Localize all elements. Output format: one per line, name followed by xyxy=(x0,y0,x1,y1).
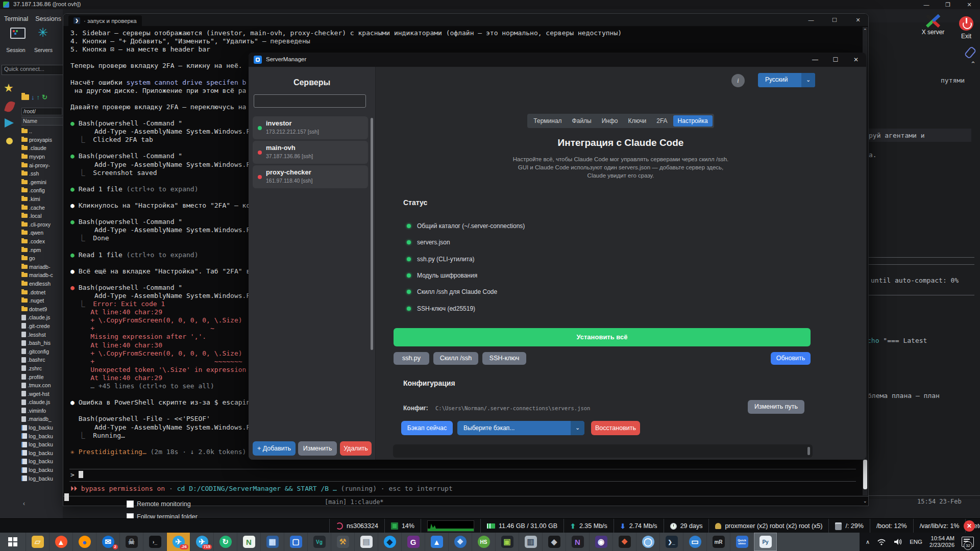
file-tree-item[interactable]: .gitconfig xyxy=(21,347,63,356)
mobaxterm-minimize-button[interactable]: — xyxy=(916,0,937,9)
session-icon[interactable] xyxy=(10,28,26,39)
servermanager-minimize-button[interactable]: — xyxy=(805,53,825,67)
taskbar-icon-github[interactable]: ◉ xyxy=(590,533,613,551)
taskbar-icon-telegram-work[interactable]: ✈.26 xyxy=(167,533,190,551)
remote-monitoring-checkbox-row[interactable]: Remote monitoring xyxy=(127,500,191,508)
servermanager-close-button[interactable]: ✕ xyxy=(846,53,866,67)
taskbar-icon-g-doc[interactable]: G xyxy=(402,533,425,551)
volume-icon[interactable] xyxy=(893,538,902,545)
file-tree-item[interactable]: .bash_his xyxy=(21,339,63,347)
file-tree-item[interactable]: log_backu xyxy=(21,457,63,466)
taskbar-icon-thunderbird[interactable]: ✉2 xyxy=(96,533,120,551)
taskbar-icon-cmd[interactable]: ›_ xyxy=(143,533,167,551)
file-tree-item[interactable]: .mariadb_ xyxy=(21,415,63,423)
taskbar-icon-tools[interactable]: ⚒ xyxy=(331,533,355,551)
tab-настройка[interactable]: Настройка xyxy=(673,115,713,127)
file-tree-item[interactable]: .zshrc xyxy=(21,364,63,373)
file-tree-item[interactable]: log_backu xyxy=(21,432,63,440)
menu-item-terminal[interactable]: Terminal xyxy=(4,15,28,22)
file-tree-item[interactable]: log_backu xyxy=(21,474,63,483)
server-list-item[interactable]: investor173.212.212.157 [ssh] xyxy=(253,116,368,139)
file-tree-item[interactable]: ai-proxy- xyxy=(21,161,63,169)
server-search-input[interactable] xyxy=(254,94,366,108)
x-server-button[interactable]: X server xyxy=(917,13,949,45)
taskbar-icon-powershell[interactable]: ❯_ xyxy=(660,533,683,551)
mobaxterm-close-button[interactable]: ✕ xyxy=(959,0,979,9)
tools-send-icon[interactable] xyxy=(5,118,14,128)
file-tree-item[interactable]: .gemini xyxy=(21,178,63,187)
file-tree-item[interactable]: .config xyxy=(21,186,63,195)
monitoring-close-button[interactable]: ✕ xyxy=(964,520,975,532)
servers-button-label[interactable]: Servers xyxy=(31,47,56,53)
server-list-item[interactable]: main-ovh37.187.136.86 [ssh] xyxy=(253,141,368,164)
file-column-header[interactable]: Name xyxy=(21,117,63,126)
language-dropdown[interactable]: Русский ⌄ xyxy=(758,73,815,87)
taskbar-icon-screensaver[interactable]: ▣ xyxy=(496,533,519,551)
file-tree-item[interactable]: .. xyxy=(21,127,63,136)
exit-button[interactable]: Exit xyxy=(953,13,979,45)
install-all-button[interactable]: Установить всё xyxy=(394,328,811,346)
file-path-input[interactable]: /root/ xyxy=(21,108,62,115)
macros-icon[interactable] xyxy=(4,100,15,113)
taskbar-icon-quick-utmo[interactable]: Quick utmo xyxy=(730,533,754,551)
servermanager-titlebar[interactable]: ServerManager — ☐ ✕ xyxy=(249,53,866,67)
file-tree-item[interactable]: .kimi xyxy=(21,195,63,204)
delete-server-button[interactable]: Удалить xyxy=(340,441,372,456)
file-tree-item[interactable]: myvpn xyxy=(21,153,63,161)
file-tree-item[interactable]: .cache xyxy=(21,203,63,212)
session-button-label[interactable]: Session xyxy=(3,47,29,53)
file-tree-item[interactable]: .profile xyxy=(21,372,63,381)
file-tree-item[interactable]: .npm xyxy=(21,245,63,254)
taskbar-icon-mascot[interactable]: ❖ xyxy=(449,533,472,551)
taskbar-icon-bird-app[interactable]: ◆ xyxy=(378,533,402,551)
file-tree-item[interactable]: log_backu xyxy=(21,440,63,449)
edit-server-button[interactable]: Изменить xyxy=(298,441,337,456)
taskbar-icon-notion[interactable]: N xyxy=(566,533,590,551)
install-skill-button[interactable]: Скилл /ssh xyxy=(433,352,478,365)
favorites-star-icon[interactable]: ★ xyxy=(4,82,14,95)
terminal-scrollbar-thumb[interactable] xyxy=(863,460,867,489)
servermanager-maximize-button[interactable]: ☐ xyxy=(825,53,846,67)
taskbar-icon-vg-tool[interactable]: Vg xyxy=(308,533,331,551)
install-sshpy-button[interactable]: ssh.py xyxy=(394,352,429,365)
file-tree-item[interactable]: dotnet9 xyxy=(21,305,63,313)
quick-connect-input[interactable]: Quick connect... xyxy=(2,65,64,75)
terminal-prompt[interactable]: > xyxy=(70,471,83,479)
scroll-up-icon[interactable]: ⌃ xyxy=(863,28,867,33)
file-tree-item[interactable]: .ssh xyxy=(21,169,63,178)
file-tree-item[interactable]: go xyxy=(21,254,63,263)
file-tree-item[interactable]: .nuget xyxy=(21,296,63,305)
taskbar-icon-monitor-blue[interactable]: ▭ xyxy=(683,533,707,551)
start-button[interactable] xyxy=(0,533,26,551)
file-tree-item[interactable]: log_backu xyxy=(21,423,63,432)
terminal-tab[interactable]: ❯ · запуск и проверка xyxy=(68,15,142,26)
terminal-close-button[interactable]: ✕ xyxy=(848,14,868,26)
taskbar-icon-firefox[interactable]: ● xyxy=(73,533,96,551)
mobaxterm-maximize-button[interactable]: ❐ xyxy=(938,0,958,9)
file-tree-item[interactable]: .git-crede xyxy=(21,322,63,331)
download-icon[interactable]: ↓ xyxy=(31,93,35,101)
file-tree-item[interactable]: .local xyxy=(21,212,63,220)
notification-icon[interactable]: 32 xyxy=(962,537,974,547)
folder-up-icon[interactable] xyxy=(21,94,29,100)
taskbar-icon-sync[interactable]: ↻ xyxy=(214,533,237,551)
taskbar-icon-cube[interactable]: ◆ xyxy=(543,533,566,551)
file-tree-item[interactable]: .cli-proxy xyxy=(21,220,63,229)
sftp-icon[interactable] xyxy=(6,138,13,144)
file-tree-item[interactable]: endlessh xyxy=(21,280,63,288)
file-tree-item[interactable]: .wget-hst xyxy=(21,389,63,398)
wifi-icon[interactable] xyxy=(877,538,886,545)
backup-now-button[interactable]: Бэкап сейчас xyxy=(401,421,453,435)
taskbar-icon-brave[interactable]: ▲ xyxy=(50,533,73,551)
file-tree-item[interactable]: proxyapis xyxy=(21,136,63,144)
file-tree-item[interactable]: log_backu xyxy=(21,449,63,458)
taskbar-icon-notepad-plus[interactable]: N xyxy=(237,533,261,551)
taskbar-icon-figma[interactable]: ❖ xyxy=(613,533,636,551)
taskbar-icon-freet[interactable]: ☠ xyxy=(120,533,143,551)
file-tree-item[interactable]: .viminfo xyxy=(21,407,63,415)
taskbar-icon-python[interactable]: Py xyxy=(754,533,777,551)
tray-clock[interactable]: 10:54 AM 2/23/2026 xyxy=(929,535,954,548)
remote-monitoring-checkbox[interactable] xyxy=(127,500,134,508)
taskbar-icon-blue-app[interactable]: ▢ xyxy=(284,533,308,551)
terminal-maximize-button[interactable]: ☐ xyxy=(824,14,845,26)
